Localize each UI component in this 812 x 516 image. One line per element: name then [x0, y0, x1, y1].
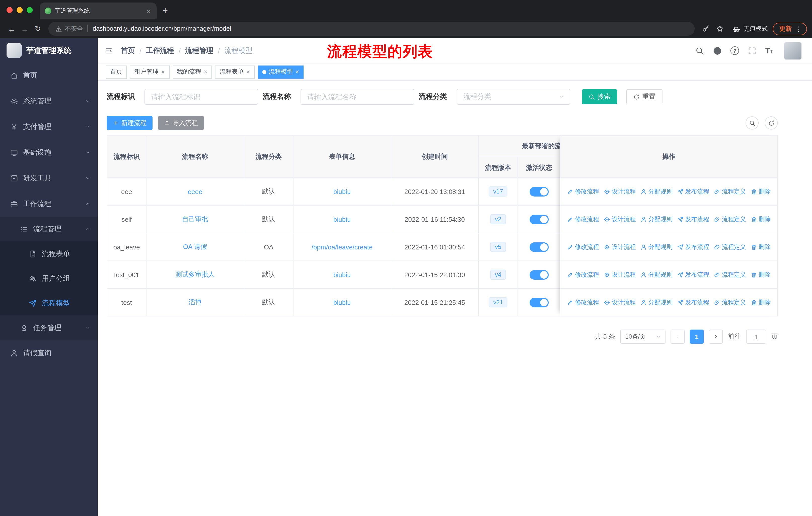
import-process-button[interactable]: 导入流程 [158, 116, 204, 130]
action-definition-link[interactable]: 流程定义 [714, 270, 746, 279]
help-icon[interactable]: ? [730, 46, 739, 55]
action-publish-link[interactable]: 发布流程 [677, 270, 709, 279]
action-design-link[interactable]: 设计流程 [604, 270, 636, 279]
maximize-window-button[interactable] [27, 7, 33, 13]
sidebar-collapse-icon[interactable] [105, 47, 113, 55]
action-definition-link[interactable]: 流程定义 [714, 298, 746, 307]
action-publish-link[interactable]: 发布流程 [677, 187, 709, 196]
tag-my-process[interactable]: 我的流程 × [172, 65, 212, 78]
action-definition-link[interactable]: 流程定义 [714, 243, 746, 251]
action-publish-link[interactable]: 发布流程 [677, 243, 709, 251]
back-button[interactable]: ← [5, 24, 18, 33]
tag-process-model[interactable]: 流程模型 × [258, 65, 304, 78]
password-key-icon[interactable] [702, 25, 710, 33]
action-edit-link[interactable]: 修改流程 [567, 298, 599, 307]
process-name-link[interactable]: 滔博 [146, 289, 244, 317]
action-delete-link[interactable]: 删除 [751, 187, 771, 196]
action-publish-link[interactable]: 发布流程 [677, 298, 709, 307]
sidebar-item-devtools[interactable]: 研发工具 [0, 165, 98, 191]
action-design-link[interactable]: 设计流程 [604, 215, 636, 223]
action-design-link[interactable]: 设计流程 [604, 187, 636, 196]
form-link[interactable]: biubiu [293, 206, 391, 233]
tag-tenant[interactable]: 租户管理 × [130, 65, 169, 78]
sidebar-item-process-management[interactable]: 流程管理 [0, 217, 98, 241]
refresh-table-button[interactable] [765, 116, 778, 130]
sidebar-item-process-form[interactable]: 流程表单 [0, 241, 98, 266]
reload-button[interactable]: ↻ [31, 24, 44, 33]
sidebar-item-process-model[interactable]: 流程模型 [0, 291, 98, 316]
address-bar[interactable]: 不安全 dashboard.yudao.iocoder.cn/bpm/manag… [48, 22, 695, 36]
process-name-input[interactable] [300, 89, 414, 105]
app-logo[interactable]: 芋道管理系统 [0, 38, 98, 62]
fullscreen-icon[interactable] [748, 46, 757, 55]
active-toggle[interactable] [529, 214, 549, 224]
sidebar-item-leave-query[interactable]: 请假查询 [0, 340, 98, 366]
breadcrumb-workflow[interactable]: 工作流程 [146, 46, 174, 55]
close-window-button[interactable] [6, 7, 12, 13]
process-name-link[interactable]: OA 请假 [146, 233, 244, 261]
process-category-select[interactable]: 流程分类 [457, 89, 570, 105]
version-badge[interactable]: v2 [490, 214, 506, 224]
browser-menu-icon[interactable]: ⋮ [795, 25, 802, 32]
version-badge[interactable]: v4 [490, 270, 506, 280]
toggle-search-button[interactable] [746, 116, 759, 130]
browser-tab[interactable]: 芋道管理系统 × [40, 2, 156, 19]
close-icon[interactable]: × [295, 69, 299, 75]
process-name-link[interactable]: 测试多审批人 [146, 261, 244, 289]
action-delete-link[interactable]: 删除 [751, 243, 771, 251]
version-badge[interactable]: v5 [490, 242, 506, 252]
minimize-window-button[interactable] [17, 7, 23, 13]
action-edit-link[interactable]: 修改流程 [567, 187, 599, 196]
active-toggle[interactable] [529, 187, 549, 196]
next-page-button[interactable] [709, 330, 723, 344]
sidebar-item-task-management[interactable]: 任务管理 [0, 316, 98, 340]
action-edit-link[interactable]: 修改流程 [567, 243, 599, 251]
version-badge[interactable]: v21 [489, 297, 508, 307]
bookmark-star-icon[interactable] [716, 25, 724, 33]
action-assign-link[interactable]: 分配规则 [640, 298, 672, 307]
close-icon[interactable]: × [161, 69, 165, 75]
active-toggle[interactable] [529, 242, 549, 252]
action-edit-link[interactable]: 修改流程 [567, 215, 599, 223]
sidebar-item-home[interactable]: 首页 [0, 62, 98, 88]
form-link[interactable]: biubiu [293, 261, 391, 289]
chrome-update-button[interactable]: 更新 ⋮ [773, 22, 807, 35]
action-assign-link[interactable]: 分配规则 [640, 187, 672, 196]
form-link[interactable]: biubiu [293, 178, 391, 206]
sidebar-item-infrastructure[interactable]: 基础设施 [0, 140, 98, 165]
action-assign-link[interactable]: 分配规则 [640, 215, 672, 223]
sidebar-item-user-group[interactable]: 用户分组 [0, 266, 98, 291]
user-avatar[interactable] [784, 42, 802, 60]
page-size-select[interactable]: 10条/页 [620, 330, 666, 344]
version-badge[interactable]: v17 [489, 186, 508, 196]
sidebar-item-payment[interactable]: ¥ 支付管理 [0, 114, 98, 140]
sidebar-item-workflow[interactable]: 工作流程 [0, 191, 98, 217]
form-link[interactable]: /bpm/oa/leave/create [293, 233, 391, 261]
process-name-link[interactable]: 自己审批 [146, 206, 244, 233]
form-link[interactable]: biubiu [293, 289, 391, 317]
action-definition-link[interactable]: 流程定义 [714, 215, 746, 223]
action-delete-link[interactable]: 删除 [751, 298, 771, 307]
tag-process-form[interactable]: 流程表单 × [215, 65, 255, 78]
font-size-icon[interactable]: TT [765, 47, 773, 55]
close-icon[interactable]: × [246, 69, 250, 75]
action-design-link[interactable]: 设计流程 [604, 298, 636, 307]
breadcrumb-home[interactable]: 首页 [121, 46, 135, 55]
action-assign-link[interactable]: 分配规则 [640, 270, 672, 279]
action-definition-link[interactable]: 流程定义 [714, 187, 746, 196]
breadcrumb-process-management[interactable]: 流程管理 [185, 46, 213, 55]
create-process-button[interactable]: 新建流程 [107, 116, 152, 130]
process-name-link[interactable]: eeee [146, 178, 244, 206]
action-delete-link[interactable]: 删除 [751, 215, 771, 223]
reset-button[interactable]: 重置 [626, 89, 663, 104]
goto-page-input[interactable] [746, 330, 766, 344]
active-toggle[interactable] [529, 298, 549, 307]
close-icon[interactable]: × [204, 69, 207, 75]
current-page[interactable]: 1 [690, 330, 704, 344]
action-assign-link[interactable]: 分配规则 [640, 243, 672, 251]
new-tab-button[interactable]: + [163, 5, 168, 16]
forward-button[interactable]: → [18, 24, 31, 33]
action-edit-link[interactable]: 修改流程 [567, 270, 599, 279]
active-toggle[interactable] [529, 270, 549, 279]
search-icon[interactable] [695, 46, 704, 55]
